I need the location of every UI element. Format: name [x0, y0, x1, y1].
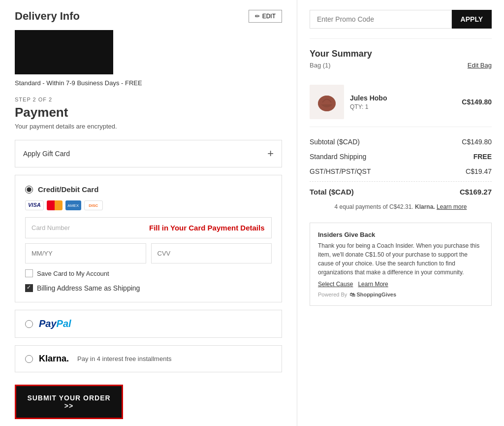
promo-row: APPLY	[310, 10, 492, 29]
item-row: Jules Hobo QTY: 1 C$149.80	[310, 77, 492, 127]
plus-icon: +	[267, 147, 274, 160]
save-card-checkbox[interactable]	[25, 269, 33, 277]
shipping-line: Standard Shipping FREE	[310, 149, 492, 164]
tax-value: C$19.47	[466, 167, 492, 175]
paypal-logo: PayPal	[39, 318, 71, 329]
cvv-field[interactable]	[151, 243, 272, 263]
credit-card-radio[interactable]	[25, 186, 33, 194]
visa-logo: VISA	[25, 200, 44, 210]
discover-logo: DISC	[84, 200, 103, 210]
klarna-radio[interactable]	[25, 355, 33, 363]
edit-button[interactable]: ✏ EDIT	[249, 10, 282, 23]
gift-card-label: Apply Gift Card	[23, 150, 70, 158]
powered-by: Powered By 🛍 ShoppingGives	[318, 292, 483, 297]
klarna-info: 4 equal payments of C$42.31. Klarna. Lea…	[310, 199, 492, 218]
bag-info: Bag (1)	[310, 62, 331, 69]
payment-title: Payment	[15, 105, 282, 120]
total-value: C$169.27	[460, 188, 492, 196]
shopping-gives-logo: 🛍 ShoppingGives	[349, 292, 396, 297]
gift-card-row[interactable]: Apply Gift Card +	[15, 140, 282, 167]
subtotal-value: C$149.80	[462, 138, 492, 146]
klarna-tagline: Pay in 4 interest free installments	[77, 355, 171, 362]
save-card-label: Save Card to My Account	[37, 270, 109, 277]
klarna-section: Klarna. Pay in 4 interest free installme…	[15, 345, 282, 372]
shipping-label: Standard Shipping	[310, 153, 366, 161]
paypal-radio[interactable]	[25, 320, 33, 328]
credit-card-section: Credit/Debit Card VISA AMEX DISC Card Nu…	[15, 175, 282, 302]
summary-section: Your Summary Bag (1) Edit Bag Jules Hobo	[310, 38, 492, 306]
mastercard-logo	[47, 200, 63, 210]
mm-yy-field[interactable]	[25, 243, 146, 263]
klarna-logo: Klarna.	[39, 354, 69, 364]
encrypted-text: Your payment details are encrypted.	[15, 123, 282, 130]
insiders-text: Thank you for being a Coach Insider. Whe…	[318, 241, 483, 277]
total-line: Total ($CAD) C$169.27	[310, 181, 492, 199]
delivery-subtitle: Standard - Within 7-9 Business Days - FR…	[15, 79, 282, 87]
delivery-title: Delivery Info	[15, 10, 80, 23]
learn-more-link[interactable]: Learn More	[358, 281, 388, 288]
submit-button-wrapper: SUBMIT YOUR ORDER >>	[15, 385, 282, 419]
item-image	[310, 85, 344, 119]
delivery-image	[15, 30, 113, 74]
tax-line: GST/HST/PST/QST C$19.47	[310, 164, 492, 179]
total-label: Total ($CAD)	[310, 188, 354, 196]
item-qty: QTY: 1	[350, 103, 456, 110]
edit-bag-link[interactable]: Edit Bag	[468, 62, 492, 69]
fill-in-text: Fill in Your Card Payment Details	[149, 224, 266, 232]
billing-checkbox[interactable]	[25, 284, 33, 292]
card-number-container: Card Number Fill in Your Card Payment De…	[25, 217, 272, 238]
apply-button[interactable]: APPLY	[452, 10, 492, 29]
amex-logo: AMEX	[65, 200, 81, 210]
insiders-title: Insiders Give Back	[318, 231, 483, 238]
edit-icon: ✏	[255, 13, 260, 20]
item-name: Jules Hobo	[350, 94, 456, 102]
item-details: Jules Hobo QTY: 1	[350, 94, 456, 110]
subtotal-label: Subtotal ($CAD)	[310, 138, 360, 146]
credit-card-label: Credit/Debit Card	[38, 185, 98, 194]
svg-point-1	[318, 96, 336, 111]
submit-button[interactable]: SUBMIT YOUR ORDER >>	[15, 385, 123, 419]
card-logos: VISA AMEX DISC	[25, 200, 272, 210]
paypal-section: PayPal	[15, 310, 282, 338]
subtotal-line: Subtotal ($CAD) C$149.80	[310, 134, 492, 149]
card-number-placeholder: Card Number	[32, 224, 149, 231]
tax-label: GST/HST/PST/QST	[310, 167, 371, 175]
select-cause-link[interactable]: Select Cause	[318, 281, 353, 288]
insiders-box: Insiders Give Back Thank you for being a…	[310, 223, 492, 306]
step-label: STEP 2 OF 2	[15, 97, 282, 102]
billing-label: Billing Address Same as Shipping	[37, 284, 140, 292]
item-price: C$149.80	[462, 98, 492, 106]
shipping-value: FREE	[473, 153, 492, 161]
promo-input[interactable]	[310, 10, 452, 29]
klarna-learn-more-link[interactable]: Learn more	[437, 203, 467, 210]
summary-title: Your Summary	[310, 49, 372, 59]
